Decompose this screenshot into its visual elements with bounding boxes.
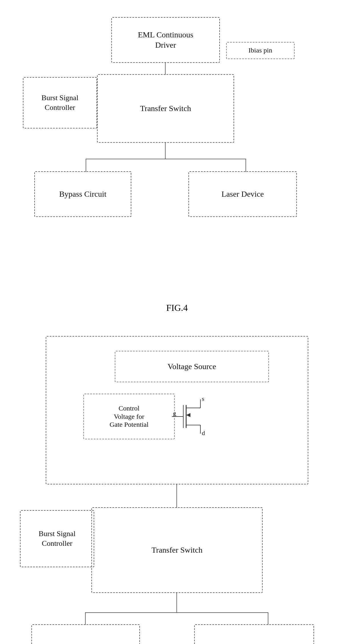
fig5-laser-box: Laser Device — [194, 624, 314, 644]
fig5-bypass-box: Bypass Circuit — [31, 624, 140, 644]
fig5-connector-right — [268, 612, 268, 625]
fig4-transfer-box: Transfer Switch — [97, 74, 234, 143]
svg-text:g: g — [173, 410, 176, 417]
fig4-ibias-label: Ibias pin — [248, 46, 272, 55]
fig5-connector-transfer-split — [176, 592, 177, 613]
fig5-connector-split-h — [85, 612, 268, 613]
fig4-connector-transfer-split — [165, 142, 166, 159]
fig4-burst-label: Burst SignalController — [41, 93, 78, 112]
fig4-burst-box: Burst SignalController — [23, 77, 97, 128]
fig5-outer-box: Voltage Source ControlVoltage forGate Po… — [46, 336, 308, 484]
fig5-voltage-label: Voltage Source — [168, 361, 216, 372]
fig5-mosfet-symbol: s g d — [169, 391, 215, 442]
fig5-transfer-label: Transfer Switch — [152, 545, 203, 555]
fig5-burst-label: Burst SignalController — [39, 529, 75, 548]
svg-marker-7 — [186, 413, 190, 417]
fig4-bypass-label: Bypass Circuit — [59, 189, 106, 199]
fig4-connector-left — [86, 159, 86, 172]
fig5-transfer-box: Transfer Switch — [91, 507, 263, 593]
fig5-burst-box: Burst SignalController — [20, 510, 94, 567]
svg-text:d: d — [202, 429, 205, 436]
fig4-connector-right — [246, 159, 246, 172]
fig5-connector-outer-transfer — [176, 484, 177, 508]
fig4-label: FIG.4 — [17, 303, 337, 313]
fig4-laser-box: Laser Device — [188, 171, 297, 217]
fig4-eml-label: EML ContinuousDriver Ibias pin — [138, 30, 193, 51]
svg-text:s: s — [202, 395, 204, 402]
fig5-connector-left — [85, 612, 86, 625]
fig5-control-label: ControlVoltage forGate Potential — [110, 404, 149, 429]
fig4-bypass-box: Bypass Circuit — [34, 171, 131, 217]
fig4-laser-label: Laser Device — [222, 189, 264, 199]
fig5-laser-label: Laser Device — [233, 642, 275, 644]
fig4-eml-box: EML ContinuousDriver Ibias pin — [111, 17, 220, 63]
fig4-connector-split-h — [86, 159, 246, 159]
fig4-ibias-box: Ibias pin — [226, 42, 295, 59]
fig5-bypass-label: Bypass Circuit — [62, 642, 109, 644]
fig4-connector-eml-transfer — [165, 62, 166, 75]
fig5-control-box: ControlVoltage forGate Potential — [83, 394, 175, 439]
fig5-voltage-box: Voltage Source — [115, 351, 269, 382]
fig4-transfer-label: Transfer Switch — [140, 103, 191, 114]
fig4-diagram: EML ContinuousDriver Ibias pin Transfer … — [17, 11, 337, 285]
fig5-diagram: Voltage Source ControlVoltage forGate Po… — [17, 330, 337, 644]
